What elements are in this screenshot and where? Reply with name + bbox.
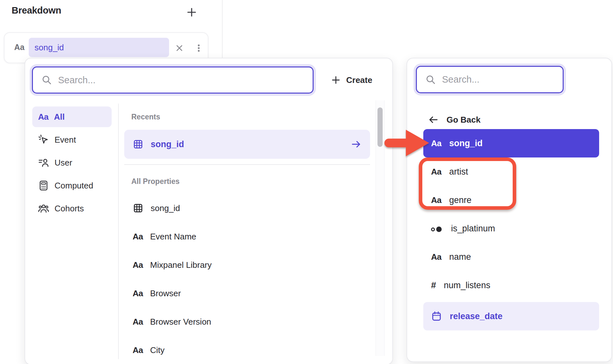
sub-property-release-date[interactable]: release_date <box>423 302 599 330</box>
category-label: Event <box>55 135 76 145</box>
sub-property-song-id[interactable]: Aasong_id <box>423 129 599 157</box>
property-browser[interactable]: AaBrowser <box>124 279 370 308</box>
close-icon <box>175 43 184 53</box>
go-back-label: Go Back <box>447 115 481 125</box>
property-mixpanel-library[interactable]: AaMixpanel Library <box>124 251 370 279</box>
recent-property-song-id[interactable]: song_id <box>124 130 370 159</box>
text-icon: Aa <box>133 232 143 242</box>
plus-icon <box>186 7 197 18</box>
text-icon: Aa <box>133 260 143 270</box>
category-label: User <box>55 158 72 168</box>
arrow-right-icon <box>351 139 362 150</box>
sub-property-search-input[interactable] <box>442 74 554 85</box>
property-label: release_date <box>450 311 503 321</box>
table-grid-icon <box>133 139 144 150</box>
property-label: City <box>150 345 165 355</box>
text-icon: Aa <box>133 345 143 355</box>
property-picker-panel: Create AaAll Event User Computed Cohorts… <box>25 58 393 364</box>
property-city[interactable]: AaCity <box>124 336 370 364</box>
text-type-icon: Aa <box>14 43 25 52</box>
plus-icon <box>331 75 341 85</box>
text-icon: Aa <box>431 167 441 177</box>
category-cohorts[interactable]: Cohorts <box>32 198 112 219</box>
property-label: Browser Version <box>150 317 211 327</box>
breakdown-property-chip[interactable]: song_id <box>29 38 169 57</box>
recents-section-label: Recents <box>131 113 160 121</box>
sub-property-genre[interactable]: Aagenre <box>423 186 599 214</box>
cohorts-people-icon <box>38 203 49 214</box>
list-divider <box>124 164 370 165</box>
text-icon: Aa <box>133 317 143 327</box>
remove-breakdown-button[interactable] <box>173 41 186 55</box>
header-divider <box>222 0 223 58</box>
property-label: Mixpanel Library <box>150 260 212 270</box>
sub-property-is-platinum[interactable]: is_platinum <box>423 214 599 243</box>
property-label: artist <box>449 167 468 177</box>
event-cursor-icon <box>38 134 49 145</box>
sub-property-picker-panel: Go Back Aasong_idAaartistAagenreis_plati… <box>407 58 612 362</box>
property-search-box <box>32 66 314 94</box>
property-song-id[interactable]: song_id <box>124 194 370 222</box>
property-label: song_id <box>151 203 180 213</box>
arrow-left-icon <box>428 114 439 125</box>
create-property-button[interactable]: Create <box>331 66 372 94</box>
category-user[interactable]: User <box>32 152 112 173</box>
category-computed[interactable]: Computed <box>32 175 112 196</box>
add-breakdown-button[interactable] <box>183 3 201 21</box>
property-label: is_platinum <box>451 224 495 234</box>
sub-property-list: Aasong_idAaartistAagenreis_platinumAanam… <box>423 129 599 330</box>
sidebar-divider <box>118 104 119 359</box>
text-icon: Aa <box>38 112 48 122</box>
property-search-input[interactable] <box>58 75 304 86</box>
property-label: song_id <box>151 139 344 149</box>
property-list: song_idAaEvent NameAaMixpanel LibraryAaB… <box>124 194 370 364</box>
category-list: AaAll Event User Computed Cohorts <box>32 106 112 221</box>
table-grid-icon <box>133 203 144 214</box>
property-label: genre <box>449 195 471 205</box>
create-label: Create <box>346 75 372 85</box>
property-label: num_listens <box>444 280 490 290</box>
calendar-icon <box>431 311 442 322</box>
text-icon: Aa <box>431 195 441 205</box>
search-icon <box>41 75 52 86</box>
scrollbar-thumb[interactable] <box>377 107 383 147</box>
search-icon <box>425 74 436 85</box>
property-label: Browser <box>150 288 181 298</box>
property-label: song_id <box>449 138 483 148</box>
category-all[interactable]: AaAll <box>32 106 112 127</box>
sub-property-name[interactable]: Aaname <box>423 243 599 271</box>
breakdown-options-button[interactable] <box>192 41 205 55</box>
user-list-icon <box>38 157 49 168</box>
text-icon: Aa <box>431 252 441 262</box>
category-label: Cohorts <box>55 204 84 214</box>
kebab-menu-icon <box>194 43 204 53</box>
all-properties-section-label: All Properties <box>131 177 180 186</box>
sub-property-num-listens[interactable]: #num_listens <box>423 271 599 299</box>
category-label: All <box>54 112 65 122</box>
property-label: Event Name <box>150 232 196 242</box>
category-label: Computed <box>55 181 93 191</box>
text-icon: Aa <box>431 138 441 148</box>
sub-property-search-box <box>416 66 564 93</box>
text-icon: Aa <box>133 288 143 298</box>
scrollbar-track <box>376 100 385 356</box>
property-event-name[interactable]: AaEvent Name <box>124 222 370 251</box>
breakdown-section-title: Breakdown <box>12 5 61 16</box>
breakdown-property-label: song_id <box>35 43 64 53</box>
sub-property-artist[interactable]: Aaartist <box>423 157 599 186</box>
number-icon: # <box>431 280 436 290</box>
property-browser-version[interactable]: AaBrowser Version <box>124 308 370 336</box>
calculator-icon <box>38 180 49 191</box>
go-back-button[interactable]: Go Back <box>428 111 481 129</box>
category-event[interactable]: Event <box>32 129 112 150</box>
boolean-icon <box>431 224 443 234</box>
screen: Breakdown Aa song_id <box>0 0 613 364</box>
property-label: name <box>449 252 471 262</box>
